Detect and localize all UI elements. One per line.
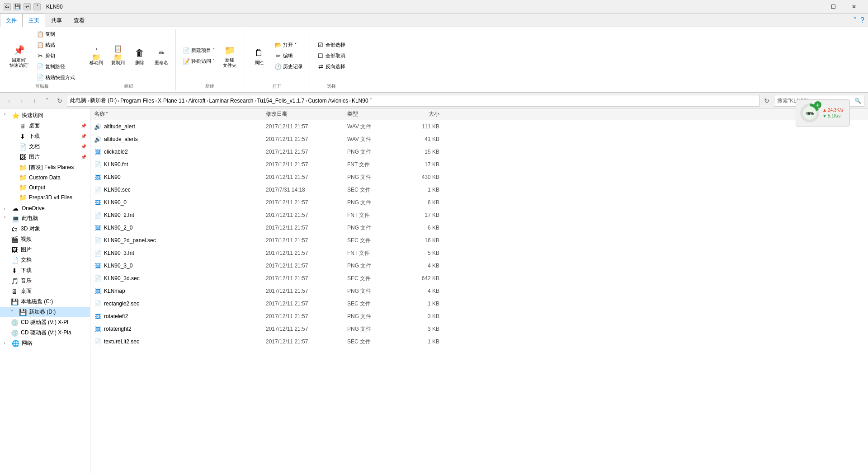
file-row[interactable]: 🔊 altitude_alerts 2017/12/11 21:57 WAV 文…: [90, 133, 868, 145]
sidebar-item-cd-drive-v1[interactable]: 💿 CD 驱动器 (V:) X-Pl: [0, 317, 90, 328]
close-button[interactable]: ✕: [844, 0, 864, 14]
dropdown-icon[interactable]: ˅: [33, 3, 41, 10]
up-button[interactable]: ↑: [29, 95, 40, 106]
sidebar-item-local-disk-c[interactable]: 💾 本地磁盘 (C:): [0, 296, 90, 307]
sidebar-item-documents[interactable]: 📄 文档 📌: [0, 141, 90, 152]
sidebar-item-video[interactable]: 🎬 视频: [0, 234, 90, 244]
cut-icon: ✂: [37, 52, 44, 59]
file-icon: 📄: [94, 161, 101, 168]
file-row[interactable]: 📄 KLN90.sec 2017/7/31 14:18 SEC 文件 1 KB: [90, 183, 868, 196]
copy-button[interactable]: 📋 复制: [33, 29, 78, 39]
tab-view[interactable]: 查看: [68, 14, 90, 27]
sidebar-item-desktop2[interactable]: 🖥 桌面: [0, 286, 90, 296]
file-date-cell: 2017/12/11 21:57: [262, 338, 344, 345]
forward-button[interactable]: ›: [16, 95, 27, 106]
file-row[interactable]: 🖼 rotateright2 2017/12/11 21:57 PNG 文件 3…: [90, 323, 868, 335]
invert-selection-button[interactable]: ⇄ 反向选择: [314, 61, 349, 71]
disk-d-icon: 💾: [19, 309, 26, 316]
header-name[interactable]: 名称 ˅: [90, 110, 262, 118]
file-row[interactable]: 📄 KLN90_3.fnt 2017/12/11 21:57 FNT 文件 5 …: [90, 247, 868, 259]
sidebar-item-custom-data[interactable]: 📁 Custom Data: [0, 173, 90, 183]
move-to-button[interactable]: →📁 移动到: [86, 43, 107, 68]
copy-to-button[interactable]: 📋📁 复制到: [108, 43, 128, 68]
tab-home[interactable]: 主页: [23, 14, 45, 27]
new-folder-button[interactable]: 📁 新建文件夹: [219, 41, 240, 70]
organize-items: →📁 移动到 📋📁 复制到 🗑 删除 ✏ 重命名: [86, 29, 172, 82]
sidebar-item-documents2[interactable]: 📄 文档: [0, 255, 90, 265]
sidebar-item-felis-planes[interactable]: 📁 [首发] Felis Planes: [0, 162, 90, 173]
back-button[interactable]: ‹: [4, 95, 14, 106]
file-row[interactable]: 🖼 clickable2 2017/12/11 21:57 PNG 文件 15 …: [90, 145, 868, 158]
address-path[interactable]: 此电脑 › 新加卷 (D:) › Program Files › X-Plane…: [67, 95, 760, 107]
ribbon-collapse-btn[interactable]: ˄: [853, 16, 857, 24]
cut-button[interactable]: ✂ 剪切: [33, 51, 78, 61]
paste-button[interactable]: 📋 粘贴: [33, 40, 78, 50]
file-row[interactable]: 🖼 rotateleft2 2017/12/11 21:57 PNG 文件 3 …: [90, 310, 868, 323]
onedrive-icon: ☁: [12, 205, 19, 212]
sidebar-item-cd-drive-v2[interactable]: 💿 CD 驱动器 (V:) X-Pla: [0, 328, 90, 338]
new-label: 新建: [205, 83, 214, 90]
header-date[interactable]: 修改日期: [262, 110, 344, 118]
file-row[interactable]: 📄 KLN90_2d_panel.sec 2017/12/11 21:57 SE…: [90, 234, 868, 247]
delete-button[interactable]: 🗑 删除: [129, 43, 150, 68]
tab-share[interactable]: 共享: [45, 14, 68, 27]
file-type-cell: WAV 文件: [344, 123, 398, 131]
file-row[interactable]: 🔊 altitude_alert 2017/12/11 21:57 WAV 文件…: [90, 120, 868, 133]
file-row[interactable]: 📄 rectangle2.sec 2017/12/11 21:57 SEC 文件…: [90, 297, 868, 310]
history-button[interactable]: 🕐 历史记录: [271, 61, 306, 71]
sidebar-item-new-volume-d[interactable]: ˅ 💾 新加卷 (D:): [0, 307, 90, 317]
file-row[interactable]: 📄 textureLit2.sec 2017/12/11 21:57 SEC 文…: [90, 335, 868, 348]
refresh-button[interactable]: ↻: [54, 95, 65, 106]
sidebar-item-desktop[interactable]: 🖥 桌面 📌: [0, 121, 90, 131]
file-row[interactable]: 📄 KLN90.fnt 2017/12/11 21:57 FNT 文件 17 K…: [90, 158, 868, 171]
sidebar-item-output[interactable]: 📁 Output: [0, 183, 90, 192]
new-item-button[interactable]: 📄 新建项目 ˅: [179, 45, 218, 55]
easy-access-button[interactable]: 📝 轻松访问 ˅: [179, 56, 218, 66]
file-size-cell: 41 KB: [398, 136, 443, 142]
file-row[interactable]: 🖼 KLN90_2_0 2017/12/11 21:57 PNG 文件 6 KB: [90, 221, 868, 234]
file-row[interactable]: 🖼 KLN90_3_0 2017/12/11 21:57 PNG 文件 4 KB: [90, 259, 868, 272]
header-type[interactable]: 类型: [344, 110, 398, 118]
sidebar-item-prepar3d[interactable]: 📁 Prepar3D v4 Files: [0, 192, 90, 202]
address-refresh-button[interactable]: ↻: [761, 95, 772, 106]
header-size[interactable]: 大小: [398, 110, 443, 118]
file-row[interactable]: 🖼 KLN90_0 2017/12/11 21:57 PNG 文件 6 KB: [90, 196, 868, 209]
properties-button[interactable]: 🗒 属性: [248, 43, 270, 68]
address-bar: ‹ › ↑ ˅ ↻ 此电脑 › 新加卷 (D:) › Program Files…: [0, 93, 868, 108]
sidebar-item-network[interactable]: › 🌐 网络: [0, 338, 90, 348]
open-button[interactable]: 📂 打开 ˅: [271, 40, 306, 50]
sidebar-item-pictures[interactable]: 🖼 图片 📌: [0, 152, 90, 162]
pin-quick-access-button[interactable]: 📌 固定到'快速访问': [5, 41, 33, 70]
organize-label: 组织: [124, 83, 133, 90]
select-none-button[interactable]: ☐ 全部取消: [314, 51, 349, 61]
sidebar-item-quick-access[interactable]: ˅ ⭐ 快速访问: [0, 110, 90, 121]
file-row[interactable]: 📄 KLN90_2.fnt 2017/12/11 21:57 FNT 文件 17…: [90, 209, 868, 221]
copy-path-button[interactable]: 📄 复制路径: [33, 61, 78, 71]
documents2-icon: 📄: [11, 257, 18, 264]
edit-button[interactable]: ✏ 编辑: [271, 51, 306, 61]
sidebar-item-3d-objects[interactable]: 🗂 3D 对象: [0, 224, 90, 234]
recent-paths-button[interactable]: ˅: [42, 95, 52, 106]
sidebar-item-onedrive[interactable]: › ☁ OneDrive: [0, 203, 90, 213]
file-name-cell: 📄 KLN90.sec: [90, 186, 262, 193]
file-icon: 🖼: [94, 325, 101, 333]
file-name: KLN90_2_0: [104, 225, 132, 231]
sidebar-item-downloads2[interactable]: ⬇ 下载: [0, 265, 90, 276]
file-row[interactable]: 🖼 KLN90 2017/12/11 21:57 PNG 文件 430 KB: [90, 171, 868, 183]
maximize-button[interactable]: ☐: [823, 0, 844, 14]
file-type-cell: PNG 文件: [344, 287, 398, 295]
sidebar-item-this-pc[interactable]: ˅ 💻 此电脑: [0, 213, 90, 224]
file-name-cell: 🖼 KLNmap: [90, 287, 262, 295]
sidebar-item-music[interactable]: 🎵 音乐: [0, 276, 90, 286]
file-size-cell: 1 KB: [398, 187, 443, 193]
tab-file[interactable]: 文件: [0, 14, 23, 27]
help-btn[interactable]: ?: [860, 16, 864, 24]
sidebar-item-pictures2[interactable]: 🖼 图片: [0, 244, 90, 255]
rename-button[interactable]: ✏ 重命名: [151, 43, 172, 68]
minimize-button[interactable]: —: [802, 0, 823, 14]
file-row[interactable]: 🖼 KLNmap 2017/12/11 21:57 PNG 文件 4 KB: [90, 285, 868, 297]
sidebar-item-downloads[interactable]: ⬇ 下载 📌: [0, 131, 90, 141]
select-all-button[interactable]: ☑ 全部选择: [314, 40, 349, 50]
paste-shortcut-button[interactable]: 📄 粘贴快捷方式: [33, 72, 78, 82]
file-row[interactable]: 📄 KLN90_3d.sec 2017/12/11 21:57 SEC 文件 6…: [90, 272, 868, 285]
